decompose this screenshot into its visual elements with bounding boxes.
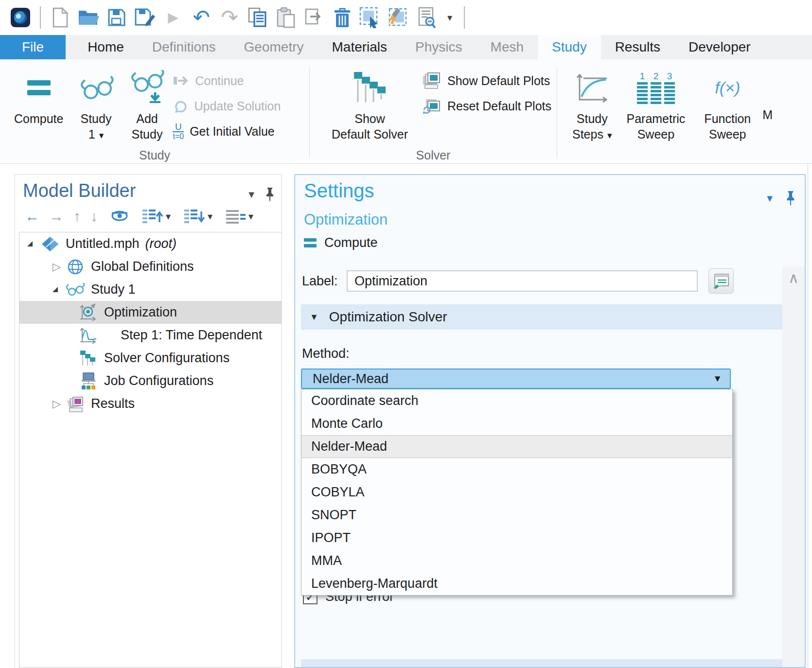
reset-default-plots-button[interactable]: Reset Default Plots: [422, 93, 551, 119]
expanded-twisty-icon[interactable]: [53, 287, 58, 292]
tab-home[interactable]: Home: [73, 35, 138, 59]
compute-button[interactable]: Compute: [7, 59, 71, 126]
settings-scrollbar[interactable]: ∧: [782, 266, 805, 667]
copy-button[interactable]: [245, 4, 270, 31]
section-optimization-solver[interactable]: ▼ Optimization Solver: [301, 304, 782, 330]
tree-row-step-1-time-dependent[interactable]: Step 1: Time Dependent: [19, 324, 282, 347]
tab-study[interactable]: Study: [538, 35, 601, 59]
forward-button[interactable]: →: [49, 209, 64, 224]
parametric-sweep-button[interactable]: 1 2 3 Parametric Sweep: [619, 59, 692, 142]
show-toggle-button[interactable]: [110, 209, 129, 224]
panel-menu-caret-icon[interactable]: ▼: [765, 193, 775, 204]
show-default-plots-button[interactable]: Show Default Plots: [422, 68, 551, 93]
tab-materials[interactable]: Materials: [318, 35, 402, 59]
tab-mesh[interactable]: Mesh: [477, 35, 538, 59]
show-default-solver-icon: [353, 71, 387, 104]
expand-list-icon: [142, 209, 163, 224]
select-button[interactable]: [358, 4, 383, 31]
quick-access-toolbar: ▶ ↶ ↷ ▾: [0, 0, 812, 35]
tree-row-optimization[interactable]: Optimization: [19, 301, 282, 324]
expand-all-button[interactable]: ▾: [184, 209, 212, 224]
settings-compute-button[interactable]: Compute: [304, 235, 378, 250]
method-option-cobyla[interactable]: COBYLA: [301, 481, 732, 504]
study-steps-label-line1: Study: [577, 111, 608, 126]
open-file-button[interactable]: [76, 4, 101, 31]
method-option-levenberg-marquardt[interactable]: Levenberg-Marquardt: [301, 572, 732, 595]
save-as-button[interactable]: [132, 4, 158, 31]
move-up-button[interactable]: ↑: [73, 209, 81, 224]
optimization-icon: [79, 303, 98, 322]
group-label-solver: Solver: [310, 148, 557, 162]
back-button[interactable]: ←: [25, 209, 39, 224]
play-icon: ▶: [168, 11, 178, 24]
save-button[interactable]: [104, 4, 129, 31]
method-option-bobyqa[interactable]: BOBYQA: [301, 458, 732, 481]
tab-developer[interactable]: Developer: [674, 35, 765, 59]
tree-row-root[interactable]: Untitled.mph (root): [19, 232, 282, 255]
new-file-button[interactable]: [48, 4, 73, 31]
scroll-up-icon[interactable]: ∧: [788, 269, 799, 667]
tree-row-study-1[interactable]: Study 1: [19, 278, 282, 301]
tree-row-results[interactable]: ▷ Results: [19, 392, 282, 415]
label-input[interactable]: [347, 270, 698, 292]
tab-definitions[interactable]: Definitions: [138, 35, 230, 59]
undo-icon: ↶: [193, 7, 210, 28]
clear-selection-button[interactable]: [386, 4, 411, 31]
study-glasses-icon: [78, 72, 114, 103]
continue-label: Continue: [195, 74, 244, 88]
paste-button[interactable]: [273, 4, 299, 31]
toolbar-separator: [40, 6, 41, 29]
method-option-mma[interactable]: MMA: [301, 549, 732, 572]
collapse-expand-button[interactable]: ▾: [142, 209, 171, 224]
study-1-button[interactable]: Study 1▾: [71, 59, 121, 143]
compute-icon: [27, 80, 51, 95]
panel-menu-caret-icon[interactable]: ▼: [247, 189, 256, 200]
node-text-icon: [226, 209, 246, 224]
get-initial-value-label: Get Initial Value: [190, 124, 275, 139]
tab-results[interactable]: Results: [601, 35, 674, 59]
redo-icon: ↷: [221, 7, 238, 28]
collapsed-twisty-icon[interactable]: ▷: [53, 399, 58, 409]
method-option-monte-carlo[interactable]: Monte Carlo: [301, 412, 732, 435]
group-label-study: Study: [0, 148, 309, 162]
method-option-snopt[interactable]: SNOPT: [301, 504, 732, 527]
play-button[interactable]: ▶: [160, 4, 186, 31]
method-option-coordinate-search[interactable]: Coordinate search: [301, 389, 732, 412]
solver-configurations-icon: [80, 350, 97, 367]
pin-icon[interactable]: [265, 187, 275, 202]
time-dependent-icon: [79, 326, 98, 345]
continue-button[interactable]: Continue: [173, 68, 281, 93]
edit-label-button[interactable]: [708, 268, 734, 294]
function-sweep-button[interactable]: f(×) Function Sweep: [692, 59, 762, 142]
tab-file[interactable]: File: [0, 35, 66, 59]
duplicate-button[interactable]: [301, 4, 327, 31]
undo-button[interactable]: ↶: [189, 4, 214, 31]
show-default-solver-button[interactable]: Show Default Solver: [324, 59, 415, 142]
model-tree-node-text-button[interactable]: ▾: [226, 209, 253, 224]
method-combobox[interactable]: Nelder-Mead ▼: [301, 369, 731, 389]
tree-row-solver-configurations[interactable]: Solver Configurations: [19, 347, 282, 369]
pin-icon[interactable]: [785, 191, 796, 206]
redo-button[interactable]: ↷: [217, 4, 242, 31]
expanded-twisty-icon[interactable]: [27, 241, 33, 246]
tab-geometry[interactable]: Geometry: [230, 35, 318, 59]
tab-physics[interactable]: Physics: [401, 35, 476, 59]
delete-button[interactable]: [330, 4, 355, 31]
add-study-label-line1: Add: [136, 111, 158, 126]
collapsed-twisty-icon[interactable]: ▷: [53, 262, 58, 272]
add-study-button[interactable]: Add Study: [121, 59, 173, 142]
method-option-ipopt[interactable]: IPOPT: [301, 527, 732, 549]
update-solution-button[interactable]: Update Solution: [173, 93, 281, 119]
app-menu-button[interactable]: [8, 4, 33, 31]
get-initial-value-button[interactable]: Ut=0 Get Initial Value: [173, 119, 281, 144]
tree-row-job-configurations[interactable]: Job Configurations: [19, 369, 282, 392]
truncated-ribbon-button[interactable]: M: [762, 59, 773, 122]
method-option-nelder-mead[interactable]: Nelder-Mead: [301, 435, 732, 458]
report-preview-button[interactable]: [414, 4, 440, 31]
ribbon-group-study: Compute Study 1▾ Add Study Continue Upda…: [0, 59, 309, 163]
toolbar-overflow-button[interactable]: ▾: [442, 4, 457, 31]
tree-label: Optimization: [104, 305, 177, 320]
tree-row-global-definitions[interactable]: ▷ Global Definitions: [19, 255, 282, 278]
move-down-button[interactable]: ↓: [90, 209, 98, 224]
study-steps-button[interactable]: Study Steps▾: [565, 59, 619, 143]
